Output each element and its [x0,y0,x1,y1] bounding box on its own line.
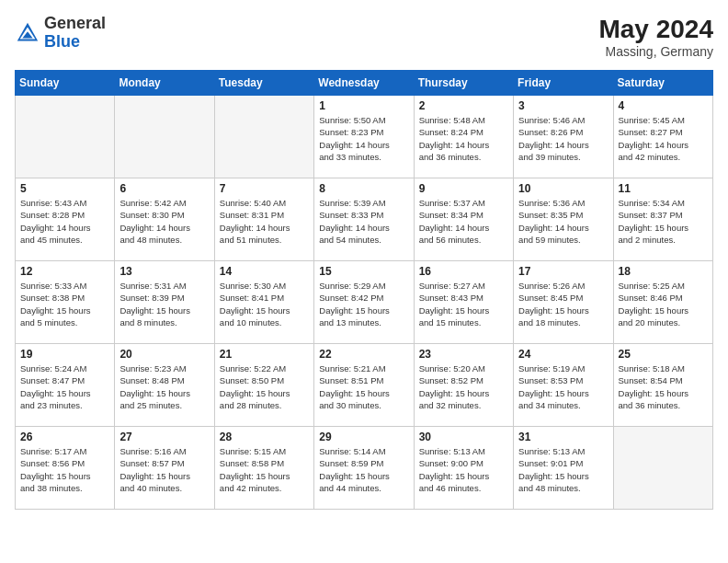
calendar-day: 21Sunrise: 5:22 AM Sunset: 8:50 PM Dayli… [214,344,313,427]
day-info: Sunrise: 5:17 AM Sunset: 8:56 PM Dayligh… [20,445,109,494]
day-number: 29 [319,431,408,443]
calendar-day [16,96,115,178]
calendar-day: 10Sunrise: 5:36 AM Sunset: 8:35 PM Dayli… [514,178,613,261]
day-info: Sunrise: 5:37 AM Sunset: 8:34 PM Dayligh… [419,197,508,246]
day-info: Sunrise: 5:19 AM Sunset: 8:53 PM Dayligh… [518,362,608,411]
day-info: Sunrise: 5:40 AM Sunset: 8:31 PM Dayligh… [220,197,309,246]
day-number: 2 [419,99,508,112]
title-block: May 2024 Massing, Germany [598,15,713,59]
day-number: 18 [619,265,708,278]
calendar-day: 5Sunrise: 5:43 AM Sunset: 8:28 PM Daylig… [16,178,115,261]
day-number: 17 [518,265,608,278]
calendar-day: 3Sunrise: 5:46 AM Sunset: 8:26 PM Daylig… [514,96,613,178]
calendar-day: 23Sunrise: 5:20 AM Sunset: 8:52 PM Dayli… [414,344,513,427]
weekday-header: Monday [115,71,214,96]
day-number: 19 [20,348,109,361]
logo-general: General [44,14,106,32]
day-info: Sunrise: 5:25 AM Sunset: 8:46 PM Dayligh… [619,280,708,328]
calendar-week-row: 26Sunrise: 5:17 AM Sunset: 8:56 PM Dayli… [16,427,713,510]
calendar-day: 22Sunrise: 5:21 AM Sunset: 8:51 PM Dayli… [314,344,414,427]
page-header: General Blue May 2024 Massing, Germany [15,15,713,59]
day-number: 13 [119,265,209,278]
day-info: Sunrise: 5:26 AM Sunset: 8:45 PM Dayligh… [518,280,608,328]
calendar-day: 27Sunrise: 5:16 AM Sunset: 8:57 PM Dayli… [115,427,214,510]
logo-icon [15,20,40,46]
day-number: 20 [119,348,209,361]
calendar-day: 13Sunrise: 5:31 AM Sunset: 8:39 PM Dayli… [115,261,214,344]
logo-blue: Blue [44,32,80,51]
calendar-day: 24Sunrise: 5:19 AM Sunset: 8:53 PM Dayli… [514,344,613,427]
day-info: Sunrise: 5:34 AM Sunset: 8:37 PM Dayligh… [619,197,708,246]
calendar-day: 26Sunrise: 5:17 AM Sunset: 8:56 PM Dayli… [16,427,115,510]
weekday-header: Friday [514,71,613,96]
day-number: 9 [419,182,508,195]
calendar-week-row: 5Sunrise: 5:43 AM Sunset: 8:28 PM Daylig… [16,178,713,261]
location: Massing, Germany [598,44,713,59]
logo: General Blue [15,15,106,52]
day-number: 22 [319,348,408,361]
day-number: 24 [518,348,608,361]
day-info: Sunrise: 5:15 AM Sunset: 8:58 PM Dayligh… [220,445,309,494]
day-info: Sunrise: 5:48 AM Sunset: 8:24 PM Dayligh… [419,114,508,163]
day-number: 21 [220,348,309,361]
calendar-day: 6Sunrise: 5:42 AM Sunset: 8:30 PM Daylig… [115,178,214,261]
day-info: Sunrise: 5:43 AM Sunset: 8:28 PM Dayligh… [20,197,109,246]
calendar-day: 25Sunrise: 5:18 AM Sunset: 8:54 PM Dayli… [613,344,712,427]
calendar-day: 12Sunrise: 5:33 AM Sunset: 8:38 PM Dayli… [16,261,115,344]
calendar-day: 30Sunrise: 5:13 AM Sunset: 9:00 PM Dayli… [414,427,513,510]
day-number: 12 [20,265,109,278]
day-info: Sunrise: 5:33 AM Sunset: 8:38 PM Dayligh… [20,280,109,328]
calendar-day: 19Sunrise: 5:24 AM Sunset: 8:47 PM Dayli… [16,344,115,427]
day-info: Sunrise: 5:14 AM Sunset: 8:59 PM Dayligh… [319,445,408,494]
day-number: 4 [619,99,708,112]
day-info: Sunrise: 5:30 AM Sunset: 8:41 PM Dayligh… [220,280,309,328]
day-number: 25 [619,348,708,361]
day-number: 11 [619,182,708,195]
calendar-day: 18Sunrise: 5:25 AM Sunset: 8:46 PM Dayli… [613,261,712,344]
day-number: 23 [419,348,508,361]
calendar-day: 1Sunrise: 5:50 AM Sunset: 8:23 PM Daylig… [314,96,414,178]
day-number: 5 [20,182,109,195]
month-year: May 2024 [598,15,713,44]
day-info: Sunrise: 5:22 AM Sunset: 8:50 PM Dayligh… [220,362,309,411]
weekday-header: Tuesday [214,71,313,96]
day-info: Sunrise: 5:50 AM Sunset: 8:23 PM Dayligh… [319,114,408,163]
calendar-day: 16Sunrise: 5:27 AM Sunset: 8:43 PM Dayli… [414,261,513,344]
day-info: Sunrise: 5:27 AM Sunset: 8:43 PM Dayligh… [419,280,508,328]
calendar-day: 9Sunrise: 5:37 AM Sunset: 8:34 PM Daylig… [414,178,513,261]
weekday-header: Wednesday [314,71,414,96]
day-info: Sunrise: 5:29 AM Sunset: 8:42 PM Dayligh… [319,280,408,328]
day-number: 27 [119,431,209,443]
calendar-day: 2Sunrise: 5:48 AM Sunset: 8:24 PM Daylig… [414,96,513,178]
calendar-day: 14Sunrise: 5:30 AM Sunset: 8:41 PM Dayli… [214,261,313,344]
day-info: Sunrise: 5:20 AM Sunset: 8:52 PM Dayligh… [419,362,508,411]
day-info: Sunrise: 5:31 AM Sunset: 8:39 PM Dayligh… [119,280,209,328]
day-number: 16 [419,265,508,278]
calendar-day: 7Sunrise: 5:40 AM Sunset: 8:31 PM Daylig… [214,178,313,261]
calendar-table: SundayMondayTuesdayWednesdayThursdayFrid… [15,70,713,510]
calendar-day: 31Sunrise: 5:13 AM Sunset: 9:01 PM Dayli… [514,427,613,510]
day-info: Sunrise: 5:46 AM Sunset: 8:26 PM Dayligh… [518,114,608,163]
logo-text: General Blue [44,15,106,52]
day-info: Sunrise: 5:21 AM Sunset: 8:51 PM Dayligh… [319,362,408,411]
weekday-header-row: SundayMondayTuesdayWednesdayThursdayFrid… [16,71,713,96]
day-info: Sunrise: 5:23 AM Sunset: 8:48 PM Dayligh… [119,362,209,411]
calendar-day: 8Sunrise: 5:39 AM Sunset: 8:33 PM Daylig… [314,178,414,261]
calendar-day [214,96,313,178]
calendar-day [115,96,214,178]
day-number: 1 [319,99,408,112]
calendar-week-row: 12Sunrise: 5:33 AM Sunset: 8:38 PM Dayli… [16,261,713,344]
day-info: Sunrise: 5:36 AM Sunset: 8:35 PM Dayligh… [518,197,608,246]
calendar-day: 28Sunrise: 5:15 AM Sunset: 8:58 PM Dayli… [214,427,313,510]
day-number: 14 [220,265,309,278]
day-info: Sunrise: 5:13 AM Sunset: 9:00 PM Dayligh… [419,445,508,494]
calendar-day: 11Sunrise: 5:34 AM Sunset: 8:37 PM Dayli… [613,178,712,261]
day-number: 3 [518,99,608,112]
calendar-day: 20Sunrise: 5:23 AM Sunset: 8:48 PM Dayli… [115,344,214,427]
calendar-day [613,427,712,510]
day-number: 10 [518,182,608,195]
calendar-day: 15Sunrise: 5:29 AM Sunset: 8:42 PM Dayli… [314,261,414,344]
day-info: Sunrise: 5:18 AM Sunset: 8:54 PM Dayligh… [619,362,708,411]
day-number: 28 [220,431,309,443]
day-number: 31 [518,431,608,443]
